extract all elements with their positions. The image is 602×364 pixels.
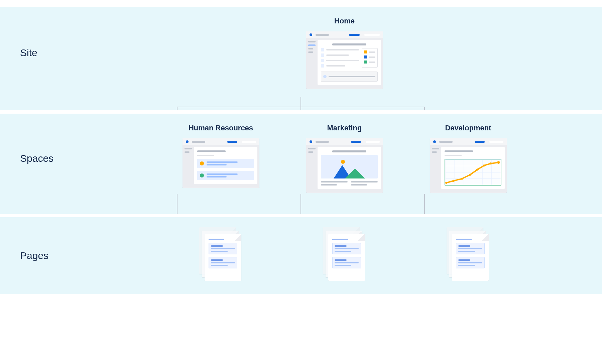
space-development-node: Development bbox=[425, 124, 512, 193]
mountain-icon bbox=[345, 168, 365, 178]
toolbar-line bbox=[316, 34, 329, 36]
svg-point-5 bbox=[483, 164, 485, 166]
development-mockup bbox=[430, 138, 507, 193]
image-placeholder-icon bbox=[321, 155, 378, 178]
space-hr-node: Human Resources bbox=[177, 124, 264, 193]
row-site: Site Home bbox=[0, 7, 602, 110]
row-pages: Pages bbox=[0, 217, 602, 294]
document-stack-icon bbox=[323, 227, 366, 284]
home-feed bbox=[321, 48, 359, 68]
home-widget bbox=[362, 48, 378, 68]
home-main bbox=[318, 40, 381, 85]
space-marketing-title: Marketing bbox=[327, 124, 362, 132]
toolbar-search bbox=[364, 34, 380, 36]
sun-icon bbox=[341, 160, 345, 164]
marketing-mockup bbox=[306, 138, 383, 193]
row-label-pages: Pages bbox=[20, 250, 107, 261]
home-footer-card bbox=[321, 72, 378, 82]
svg-point-2 bbox=[461, 178, 463, 180]
hr-list-item bbox=[197, 171, 254, 180]
svg-point-7 bbox=[497, 161, 500, 164]
svg-point-3 bbox=[469, 174, 471, 176]
home-mockup bbox=[306, 31, 383, 89]
toolbar-active-tab bbox=[349, 34, 360, 36]
window-dot-icon bbox=[433, 140, 436, 143]
row-label-spaces: Spaces bbox=[20, 153, 107, 164]
row-label-site: Site bbox=[20, 47, 107, 58]
hr-list-item bbox=[197, 159, 254, 168]
pages-hr bbox=[177, 227, 264, 284]
space-development-title: Development bbox=[445, 124, 491, 132]
svg-point-0 bbox=[445, 182, 448, 184]
space-hr-title: Human Resources bbox=[189, 124, 253, 132]
document-stack-icon bbox=[199, 227, 243, 284]
window-dot-icon bbox=[186, 140, 189, 143]
space-marketing-node: Marketing bbox=[301, 124, 388, 193]
hr-mockup bbox=[183, 138, 259, 188]
svg-point-6 bbox=[489, 162, 492, 164]
svg-point-1 bbox=[452, 180, 455, 182]
svg-point-4 bbox=[476, 168, 478, 170]
window-dot-icon bbox=[310, 140, 312, 143]
window-dot-icon bbox=[310, 33, 312, 36]
line-chart-icon bbox=[445, 159, 501, 186]
hierarchy-diagram: Site Home bbox=[0, 0, 602, 304]
status-dot-icon bbox=[200, 161, 204, 165]
site-home-title: Home bbox=[334, 17, 355, 25]
row-spaces: Spaces Human Resources bbox=[0, 114, 602, 214]
sidebar bbox=[306, 38, 318, 86]
status-dot-icon bbox=[200, 173, 204, 177]
pages-development bbox=[425, 227, 512, 284]
pages-marketing bbox=[301, 227, 388, 284]
site-home-node: Home bbox=[301, 17, 388, 89]
document-stack-icon bbox=[447, 227, 490, 284]
